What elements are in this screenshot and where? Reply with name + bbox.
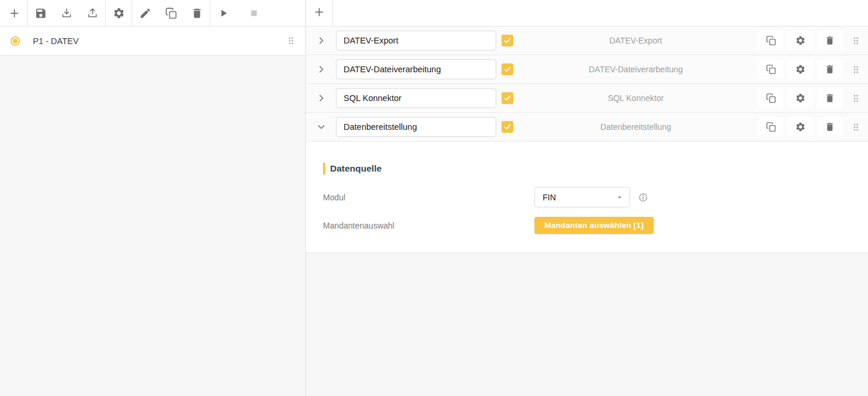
edit-button[interactable] [132, 0, 158, 26]
gear-icon [795, 122, 806, 132]
detail-section: Datenquelle Modul FIN [306, 142, 868, 253]
add-step-button[interactable] [306, 0, 332, 26]
step-actions [758, 117, 842, 137]
step-actions [758, 88, 842, 108]
step-name-input[interactable] [336, 59, 496, 79]
topbar-divider [332, 0, 333, 26]
stop-icon [248, 7, 260, 19]
trash-icon [825, 64, 835, 75]
copy-icon [766, 122, 776, 132]
copy-step-button[interactable] [758, 31, 783, 51]
upload-icon [86, 7, 99, 19]
settings-button[interactable] [106, 0, 132, 26]
save-icon [35, 7, 47, 19]
gear-icon [795, 64, 806, 75]
save-button[interactable] [28, 0, 53, 26]
download-button[interactable] [53, 0, 79, 26]
step-label: SQL Konnektor [513, 93, 758, 103]
plus-icon [313, 6, 325, 20]
trash-icon [825, 122, 835, 132]
check-icon [503, 65, 512, 73]
copy-step-button[interactable] [758, 88, 783, 108]
modul-select-value: FIN [543, 193, 556, 202]
step-row: Datenbereitstellung [306, 113, 868, 142]
step-expand-button[interactable] [306, 92, 333, 105]
empty-area [306, 253, 868, 396]
stop-button[interactable] [241, 0, 267, 26]
step-settings-button[interactable] [788, 117, 813, 137]
modul-info-button[interactable] [638, 192, 648, 203]
pencil-icon [139, 7, 152, 19]
check-icon [503, 94, 512, 102]
run-button[interactable] [210, 0, 236, 26]
play-icon [217, 7, 230, 19]
delete-step-button[interactable] [817, 117, 842, 137]
drag-handle-icon[interactable] [284, 35, 297, 46]
step-expand-button[interactable] [306, 63, 333, 76]
add-button[interactable] [1, 0, 27, 26]
step-row: SQL Konnektor [306, 84, 868, 113]
drag-handle-icon[interactable] [849, 122, 862, 133]
copy-step-button[interactable] [758, 59, 783, 79]
step-enabled-checkbox[interactable] [502, 121, 513, 133]
drag-handle-icon[interactable] [849, 64, 862, 75]
gear-icon [795, 93, 806, 103]
chevron-right-icon [315, 92, 327, 104]
chevron-right-icon [315, 35, 327, 46]
copy-step-button[interactable] [758, 117, 783, 137]
check-icon [503, 123, 512, 131]
upload-button[interactable] [79, 0, 105, 26]
copy-icon [766, 93, 776, 103]
modul-field-label: Modul [323, 193, 534, 202]
project-item[interactable]: P1 - DATEV [0, 26, 305, 56]
trash-icon [825, 35, 835, 46]
info-icon [638, 192, 648, 203]
copy-icon [165, 7, 177, 19]
step-settings-button[interactable] [788, 59, 813, 79]
step-settings-button[interactable] [788, 31, 813, 51]
section-heading: Datenquelle [323, 163, 850, 174]
step-name-input[interactable] [336, 31, 496, 51]
heading-accent-bar [323, 163, 325, 174]
section-title: Datenquelle [330, 163, 382, 174]
modul-select[interactable]: FIN [534, 187, 630, 207]
chevron-down-icon [315, 121, 327, 133]
step-settings-button[interactable] [788, 88, 813, 108]
main-toolbar [0, 0, 305, 26]
trash-icon [825, 93, 835, 103]
step-label: DATEV-Export [513, 36, 758, 45]
trash-icon [191, 7, 203, 19]
delete-step-button[interactable] [817, 88, 842, 108]
step-row: DATEV-Dateiverarbeitung [306, 55, 868, 84]
steps-topbar [306, 0, 868, 26]
duplicate-button[interactable] [158, 0, 184, 26]
copy-icon [766, 64, 776, 75]
step-enabled-checkbox[interactable] [502, 63, 513, 75]
delete-button[interactable] [184, 0, 210, 26]
drag-handle-icon[interactable] [849, 93, 862, 104]
step-row: DATEV-Export [306, 26, 868, 55]
step-label: DATEV-Dateiverarbeitung [513, 65, 758, 74]
project-pane: P1 - DATEV [0, 0, 306, 396]
project-label: P1 - DATEV [33, 36, 284, 46]
step-name-input[interactable] [336, 88, 496, 108]
caret-down-icon [615, 193, 624, 202]
step-enabled-checkbox[interactable] [502, 35, 513, 46]
delete-step-button[interactable] [817, 31, 842, 51]
step-actions [758, 31, 842, 51]
mandanten-field-label: Mandantenauswahl [323, 221, 534, 230]
check-icon [503, 36, 512, 45]
plus-icon [8, 7, 21, 19]
delete-step-button[interactable] [817, 59, 842, 79]
step-enabled-checkbox[interactable] [502, 92, 513, 104]
modul-field-row: Modul FIN [323, 187, 850, 207]
mandanten-field-row: Mandantenauswahl Mandanten auswählen [1] [323, 217, 850, 234]
radio-selected-icon[interactable] [11, 36, 20, 46]
chevron-right-icon [315, 63, 327, 75]
step-expand-button[interactable] [306, 34, 333, 47]
app-window: P1 - DATEV DATEV-Export [0, 0, 868, 396]
mandanten-select-button[interactable]: Mandanten auswählen [1] [534, 217, 654, 234]
step-name-input[interactable] [336, 117, 496, 137]
drag-handle-icon[interactable] [849, 35, 862, 46]
step-expand-button[interactable] [306, 120, 333, 133]
